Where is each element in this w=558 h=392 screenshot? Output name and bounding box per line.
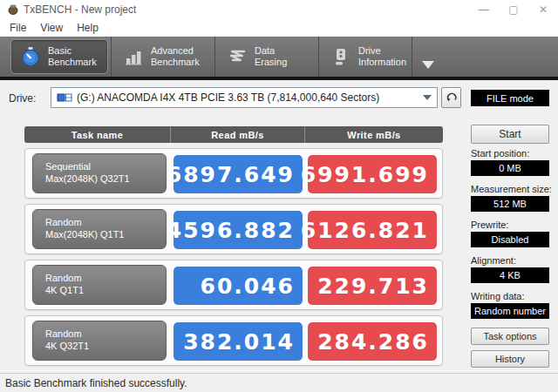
tab-label: Data Erasing (255, 45, 307, 67)
prewrite-label: Prewrite: (471, 220, 508, 230)
status-text: Basic Benchmark finished successfully. (5, 377, 187, 389)
write-value: 6126.821 (308, 211, 437, 249)
task-name-chip: Random4K Q1T1 (32, 265, 167, 305)
writing-data-label: Writing data: (471, 291, 525, 301)
menu-file[interactable]: File (3, 20, 33, 36)
tab-label: AdvancedBenchmark (151, 45, 200, 67)
refresh-icon (446, 91, 458, 104)
menu-bar: File View Help (0, 19, 558, 37)
chevron-down-icon[interactable] (422, 61, 434, 69)
drive-label: Drive: (9, 92, 36, 105)
eraser-icon (227, 46, 248, 67)
disk-icon (57, 92, 72, 103)
table-header: Task name Read mB/s Write mB/s (24, 126, 443, 143)
read-value: 6897.649 (174, 155, 303, 193)
table-row: RandomMax(2048K) Q1T1 4596.882 6126.821 (24, 204, 443, 254)
table-row: SequentialMax(2048K) Q32T1 6897.649 6991… (24, 148, 443, 199)
write-value: 229.713 (308, 267, 437, 305)
maximize-button[interactable]: ▢ (499, 0, 528, 19)
toolbar-separator (214, 37, 215, 77)
window-title: TxBENCH - New project (24, 3, 136, 16)
drive-select[interactable]: (G:) ANACOMDA I4X 4TB PCIE 3.63 TB (7,81… (51, 87, 438, 108)
menu-help[interactable]: Help (70, 20, 105, 36)
stopwatch-icon (20, 46, 41, 67)
toolbar: BasicBenchmark AdvancedBenchmark Data Er… (0, 37, 558, 77)
start-position-value[interactable]: 0 MB (471, 160, 549, 176)
chevron-down-icon (423, 95, 432, 100)
minimize-button[interactable]: — (469, 0, 499, 19)
app-icon (7, 4, 19, 15)
task-options-button[interactable]: Task options (471, 328, 549, 345)
table-row: Random4K Q1T1 60.046 229.713 (24, 260, 443, 310)
drive-selected-text: (G:) ANACOMDA I4X 4TB PCIE 3.63 TB (7,81… (77, 91, 379, 104)
read-value: 4596.882 (174, 211, 303, 249)
menu-view[interactable]: View (33, 20, 70, 36)
tab-data-erasing[interactable]: Data Erasing (218, 37, 316, 77)
task-name-chip: RandomMax(2048K) Q1T1 (32, 209, 167, 249)
bar-chart-icon (123, 46, 144, 67)
status-bar: Basic Benchmark finished successfully. (0, 373, 558, 392)
toolbar-separator (318, 37, 319, 77)
task-name-chip: SequentialMax(2048K) Q32T1 (32, 153, 167, 193)
drive-icon (330, 46, 351, 67)
read-value: 60.046 (174, 267, 303, 305)
measurement-size-label: Measurement size: (471, 184, 552, 194)
column-read: Read mB/s (170, 126, 305, 143)
write-value: 284.286 (308, 322, 437, 361)
tab-drive-information[interactable]: DriveInformation (322, 37, 409, 77)
read-value: 382.014 (174, 322, 303, 361)
write-value: 6991.699 (308, 155, 437, 193)
tab-advanced-benchmark[interactable]: AdvancedBenchmark (114, 37, 212, 77)
toolbar-separator (412, 37, 412, 77)
column-task-name: Task name (24, 126, 170, 143)
start-position-label: Start position: (471, 148, 529, 159)
toolbar-separator (111, 37, 112, 77)
column-write: Write mB/s (305, 126, 443, 143)
prewrite-value[interactable]: Disabled (471, 232, 549, 247)
history-button[interactable]: History (471, 350, 549, 368)
start-button[interactable]: Start (471, 125, 549, 144)
alignment-label: Alignment: (471, 255, 516, 266)
tab-basic-benchmark[interactable]: BasicBenchmark (10, 39, 108, 74)
table-row: Random4K Q32T1 382.014 284.286 (24, 315, 443, 366)
close-button[interactable]: ✕ (528, 0, 558, 19)
file-mode-badge: FILE mode (471, 90, 549, 106)
tab-label: DriveInformation (358, 45, 406, 67)
tab-label: BasicBenchmark (48, 45, 97, 67)
refresh-drives-button[interactable] (441, 87, 461, 108)
writing-data-value[interactable]: Random number (471, 303, 549, 319)
task-name-chip: Random4K Q32T1 (32, 321, 167, 361)
title-bar: TxBENCH - New project — ▢ ✕ (0, 0, 558, 19)
alignment-value[interactable]: 4 KB (471, 267, 549, 283)
measurement-size-value[interactable]: 512 MB (471, 196, 549, 212)
